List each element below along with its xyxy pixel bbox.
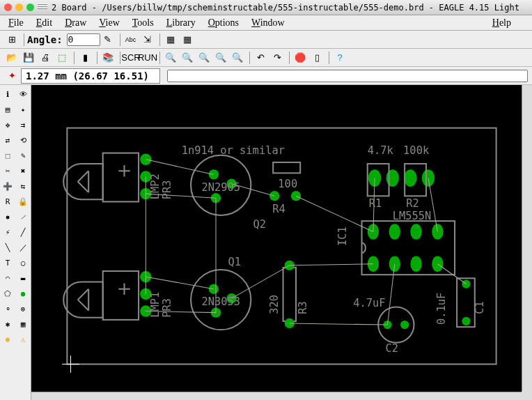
q2-part: 2N2905 [201, 181, 240, 194]
signal-tool[interactable]: ⚬ [1, 302, 15, 316]
minimize-btn[interactable] [15, 3, 23, 11]
tool-palette: ℹ 👁 ▤ ✦ ✥ ⇉ ⇄ ⟲ ⬚ ✎ ✂ ✖ ➕ ⇆ R 🔒 ✸ ⟋ ⚡ ╱ … [0, 85, 31, 400]
scrollbar-vertical[interactable] [522, 85, 532, 392]
change-tool[interactable]: ✎ [16, 148, 30, 162]
svg-line-4 [78, 182, 88, 192]
stop-icon[interactable]: 🛑 [292, 51, 308, 65]
redo-icon[interactable]: ↷ [269, 51, 285, 65]
circle-tool[interactable]: ○ [16, 256, 30, 270]
run-icon[interactable]: RUN [140, 51, 155, 65]
pinswap-tool[interactable]: ⇆ [16, 179, 30, 193]
menu-library[interactable]: Library [166, 17, 196, 29]
wire-tool[interactable]: ／ [16, 240, 30, 254]
menu-help[interactable]: Help [492, 17, 511, 29]
go-icon[interactable]: ▯ [309, 51, 324, 65]
zoom-btn[interactable] [26, 3, 34, 11]
route-tool[interactable]: ╱ [16, 225, 30, 239]
board-canvas[interactable]: 1n914 or similar 2N2905 2N3053 Q1 Q2 4.7… [31, 85, 532, 392]
menu-options[interactable]: Options [208, 17, 239, 29]
menu-window[interactable]: Window [251, 17, 285, 29]
origin-icon[interactable]: ✦ [4, 69, 19, 83]
grid1-icon[interactable]: ▦ [163, 33, 178, 47]
replace-tool[interactable]: R [1, 194, 15, 208]
q1-part: 2N3053 [201, 295, 240, 308]
close-btn[interactable] [4, 3, 12, 11]
via-tool[interactable]: ● [16, 286, 30, 300]
menu-file[interactable]: File [8, 17, 24, 29]
layers-tool[interactable]: ▤ [1, 102, 15, 116]
grid2-icon[interactable]: ▦ [180, 33, 195, 47]
cut-tool[interactable]: ✂ [1, 164, 15, 178]
svg-line-7 [78, 300, 88, 310]
copy-tool[interactable]: ⇉ [16, 118, 30, 132]
menu-draw[interactable]: Draw [65, 17, 86, 29]
text-style-icon[interactable]: Abc [123, 33, 139, 47]
optimize-tool[interactable]: ⚡ [1, 225, 15, 239]
text-tool[interactable]: T [1, 256, 15, 270]
smash-tool[interactable]: ✸ [1, 210, 15, 224]
svg-line-64 [428, 178, 437, 232]
eye-tool[interactable]: 👁 [16, 87, 30, 101]
group-tool[interactable]: ⬚ [1, 148, 15, 162]
board-icon[interactable]: ▮ [77, 51, 93, 65]
diode-note: 1n914 or similar [182, 144, 285, 157]
script-icon[interactable]: SCR [123, 51, 139, 65]
svg-point-43 [432, 224, 443, 240]
svg-rect-30 [273, 162, 300, 173]
angle-input[interactable] [67, 33, 100, 46]
save-icon[interactable]: 💾 [21, 51, 36, 65]
cam-icon[interactable]: ⬚ [54, 51, 70, 65]
zoom-fit-icon[interactable]: 🔍 [196, 51, 212, 65]
move-tool[interactable]: ✥ [1, 118, 15, 132]
svg-point-38 [422, 169, 435, 187]
zoom-select-icon[interactable]: 🔍 [230, 51, 245, 65]
info-tool[interactable]: ℹ [1, 87, 15, 101]
r3-label: R3 [297, 301, 309, 314]
svg-point-37 [404, 169, 416, 187]
undo-icon[interactable]: ↶ [253, 51, 268, 65]
svg-line-62 [290, 264, 373, 266]
polygon-tool[interactable]: ⬠ [1, 286, 15, 300]
zoom-redraw-icon[interactable]: 🔍 [213, 51, 228, 65]
mark-tool[interactable]: ✦ [16, 102, 30, 116]
delete-tool[interactable]: ✖ [16, 164, 30, 178]
mirror-tool[interactable]: ⇄ [1, 133, 15, 147]
ratsnest-tool[interactable]: ✱ [1, 317, 15, 331]
print-icon[interactable]: 🖨 [38, 51, 53, 65]
lmp2-label: LMP2 [149, 174, 162, 199]
ripup-tool[interactable]: ╲ [1, 240, 15, 254]
arc-tool[interactable]: ◠ [1, 271, 15, 285]
angle-label: Angle: [27, 34, 63, 45]
library-icon[interactable]: 📚 [100, 51, 116, 65]
auto-tool[interactable]: ▦ [16, 317, 30, 331]
svg-line-66 [388, 264, 395, 325]
zoom-out-icon[interactable]: 🔍 [180, 51, 195, 65]
menu-tools[interactable]: Tools [132, 17, 154, 29]
command-input[interactable] [167, 70, 528, 82]
c2-val: 4.7uF [353, 297, 385, 309]
rect-tool[interactable]: ▬ [16, 271, 30, 285]
lock-tool[interactable]: 🔒 [16, 194, 30, 208]
svg-line-54 [146, 160, 214, 175]
svg-rect-9 [103, 153, 139, 202]
wand-icon[interactable]: ✎ [100, 33, 116, 47]
menu-edit[interactable]: Edit [36, 17, 52, 29]
r4-label: R4 [272, 203, 285, 215]
rotate-tool[interactable]: ⟲ [16, 133, 30, 147]
snap-icon[interactable]: ⇲ [140, 33, 155, 47]
svg-line-67 [290, 323, 388, 325]
scrollbar-horizontal[interactable] [31, 392, 522, 400]
open-icon[interactable]: 📂 [4, 51, 19, 65]
menu-view[interactable]: View [99, 17, 120, 29]
help-icon[interactable]: ? [332, 51, 347, 65]
split-tool[interactable]: ⟋ [16, 210, 30, 224]
grid-icon[interactable]: ⊞ [4, 33, 19, 47]
main-toolbar: 📂 💾 🖨 ⬚ ▮ 📚 SCR RUN 🔍 🔍 🔍 🔍 🔍 ↶ ↷ 🛑 ▯ ? [0, 49, 532, 67]
drc-tool[interactable]: ⚠ [16, 332, 30, 346]
zoom-in-icon[interactable]: 🔍 [163, 51, 178, 65]
svg-point-46 [410, 256, 421, 272]
erc-tool[interactable]: ⊛ [1, 332, 15, 346]
coord-display: 1.27 mm (26.67 16.51) [21, 68, 160, 84]
th-tool[interactable]: ⊗ [16, 302, 30, 316]
add-tool[interactable]: ➕ [1, 179, 15, 193]
